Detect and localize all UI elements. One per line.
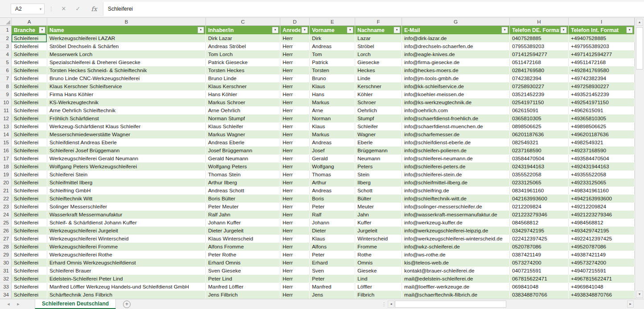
cell-inhaber[interactable]: Gerald Neumann — [206, 154, 280, 163]
header-cell-email[interactable]: E-Mail▾ — [402, 26, 510, 34]
cell-inhaber[interactable]: Andreas Eberle — [206, 138, 280, 146]
row-header-16[interactable]: 16 — [0, 146, 12, 154]
cell-name[interactable]: Schleifdienst Andreas Eberle — [47, 138, 206, 146]
row-header-23[interactable]: 23 — [0, 203, 12, 211]
cell-email[interactable]: kis@teleos-web.de — [402, 259, 510, 267]
cell-nachname[interactable]: Stumpf — [355, 114, 402, 122]
cell-inhaber[interactable]: Andreas Schott — [206, 187, 280, 195]
row-header-4[interactable]: 4 — [0, 50, 12, 58]
filter-icon[interactable]: ▾ — [394, 27, 400, 33]
cell-name[interactable]: Spezialschleiferei & Dreherei Giesecke — [47, 58, 206, 66]
row-header-17[interactable]: 17 — [0, 154, 12, 163]
cell-name[interactable]: Schleifring GmbH — [47, 187, 206, 195]
tab-scrollbar-splitter-icon[interactable]: ⋮ — [381, 299, 386, 309]
cell-name[interactable]: Manfred Löffler Werkzeug Handels-und Sch… — [47, 283, 206, 291]
cell-name[interactable]: Fröhlich Schärfdienst — [47, 114, 206, 122]
cell-email[interactable]: info@heckes-moers.de — [402, 66, 510, 74]
cell-inhaber[interactable]: Ralf Jahn — [206, 211, 280, 219]
cell-branche[interactable]: Schleiferei — [12, 58, 47, 66]
cell-email[interactable]: info@werkzeug-kuffer.de — [402, 219, 510, 227]
cell-anrede[interactable]: Herr — [280, 195, 310, 203]
cell-telefon_de[interactable]: 08341961160 — [510, 187, 569, 195]
cell-telefon_int[interactable]: +492841769580 — [569, 66, 635, 74]
row-header-3[interactable]: 3 — [0, 42, 12, 50]
cell-telefon_de[interactable]: 082549321 — [510, 138, 569, 146]
cell-email[interactable]: info@oehrlich.com — [402, 106, 510, 114]
cell-email[interactable]: info@schleiftechnik-witt.de — [402, 195, 510, 203]
active-cell-a2[interactable]: Schleiferei — [12, 34, 47, 42]
cell-anrede[interactable]: Herr — [280, 106, 310, 114]
cell-nachname[interactable]: Schleifer — [355, 122, 402, 130]
cell-nachname[interactable]: Wagner — [355, 130, 402, 138]
sheet-nav-next-icon[interactable]: ► — [15, 299, 21, 309]
cell-nachname[interactable]: Gieseke — [355, 267, 402, 275]
cell-email[interactable]: mail@schaerftechnik-filbrich.de — [402, 291, 510, 299]
cell-telefon_de[interactable]: 0520787086 — [510, 243, 569, 251]
cell-anrede[interactable]: Herr — [280, 243, 310, 251]
column-header-d[interactable]: D — [280, 18, 310, 26]
cell-branche[interactable]: Schleiferei — [12, 130, 47, 138]
cell-telefon_int[interactable]: +498341961160 — [569, 187, 635, 195]
cell-anrede[interactable]: Herr — [280, 58, 310, 66]
cell-telefon_int[interactable]: +49407215591 — [569, 267, 635, 275]
cell-vorname[interactable]: Klaus — [310, 82, 355, 90]
cell-anrede[interactable]: Herr — [280, 211, 310, 219]
cell-telefon_int[interactable]: +49355522058 — [569, 171, 635, 179]
row-header-6[interactable]: 6 — [0, 66, 12, 74]
row-header-32[interactable]: 32 — [0, 275, 12, 283]
cell-anrede[interactable]: Herr — [280, 138, 310, 146]
cell-nachname[interactable]: Köhler — [355, 90, 402, 98]
cell-branche[interactable]: Schleiferei — [12, 66, 47, 74]
cell-anrede[interactable]: Herr — [280, 235, 310, 243]
cell-branche[interactable]: Schleiferei — [12, 291, 47, 299]
cell-anrede[interactable]: Herr — [280, 227, 310, 235]
cell-email[interactable]: info@dirk-lazar.de — [402, 34, 510, 42]
cell-telefon_int[interactable]: +4967815622471 — [569, 275, 635, 283]
filter-icon[interactable]: ▾ — [301, 27, 308, 33]
cell-anrede[interactable]: Herr — [280, 42, 310, 50]
cell-name[interactable]: Wolfgang Peters Werkzeugschleiferei — [47, 163, 206, 171]
cell-vorname[interactable]: Arne — [310, 106, 355, 114]
cell-telefon_de[interactable]: 0573274200 — [510, 259, 569, 267]
filter-icon[interactable]: ▾ — [501, 27, 508, 33]
header-cell-inhaber[interactable]: Inhaber/in▾ — [206, 26, 280, 34]
row-header-18[interactable]: 18 — [0, 163, 12, 171]
cell-inhaber[interactable]: Bruno Linde — [206, 74, 280, 82]
cell-anrede[interactable]: Herr — [280, 267, 310, 275]
cell-branche[interactable]: Schleiferei — [12, 179, 47, 187]
cell-inhaber[interactable]: Dirk Lazar — [206, 34, 280, 42]
cell-email[interactable]: info@schleifmittel-ilberg.de — [402, 179, 510, 187]
cell-name[interactable]: Werkzeug-Schärfdienst Klaus Schleifer — [47, 122, 206, 130]
cell-telefon_int[interactable]: +4984568812 — [569, 219, 635, 227]
cell-vorname[interactable]: Andreas — [310, 42, 355, 50]
row-header-22[interactable]: 22 — [0, 195, 12, 203]
cell-email[interactable]: info@schleiferei-neumann.de — [402, 154, 510, 163]
cell-email[interactable]: kontakt@brauer-schleiferei.de — [402, 267, 510, 275]
cell-name[interactable]: Solinger Messerschleifer — [47, 203, 206, 211]
cell-email[interactable]: info@schaerfdienst-muenchen.de — [402, 122, 510, 130]
filter-icon[interactable]: ▾ — [626, 27, 633, 33]
cell-anrede[interactable]: Herr — [280, 98, 310, 106]
cell-branche[interactable]: Schleiferei — [12, 42, 47, 50]
cell-vorname[interactable]: Bruno — [310, 74, 355, 82]
filter-icon[interactable]: ▾ — [560, 27, 567, 33]
cell-vorname[interactable]: Markus — [310, 130, 355, 138]
cell-vorname[interactable]: Jens — [310, 291, 355, 299]
cell-telefon_int[interactable]: +4971412594277 — [569, 50, 635, 58]
row-header-28[interactable]: 28 — [0, 243, 12, 251]
cell-vorname[interactable]: Andreas — [310, 187, 355, 195]
cell-vorname[interactable]: Wolfgang — [310, 163, 355, 171]
cell-branche[interactable]: Schleiferei — [12, 235, 47, 243]
cell-email[interactable]: info@jm-tools-gmbh.de — [402, 74, 510, 82]
cell-vorname[interactable]: Torsten — [310, 66, 355, 74]
cell-nachname[interactable]: Heckes — [355, 66, 402, 74]
cell-email[interactable]: info@koehler-meissen.de — [402, 90, 510, 98]
cell-nachname[interactable]: Winterscheid — [355, 235, 402, 243]
cell-vorname[interactable]: Thomas — [310, 171, 355, 179]
cell-telefon_de[interactable]: 062615091 — [510, 106, 569, 114]
cell-branche[interactable]: Schleiferei — [12, 114, 47, 122]
cell-name[interactable]: Werkzeugschleiferei Fromme — [47, 243, 206, 251]
cell-telefon_int[interactable]: +49742382394 — [569, 74, 635, 82]
cell-inhaber[interactable]: Josef Brüggemann — [206, 146, 280, 154]
cell-email[interactable]: info@firma-giesecke.de — [402, 58, 510, 66]
